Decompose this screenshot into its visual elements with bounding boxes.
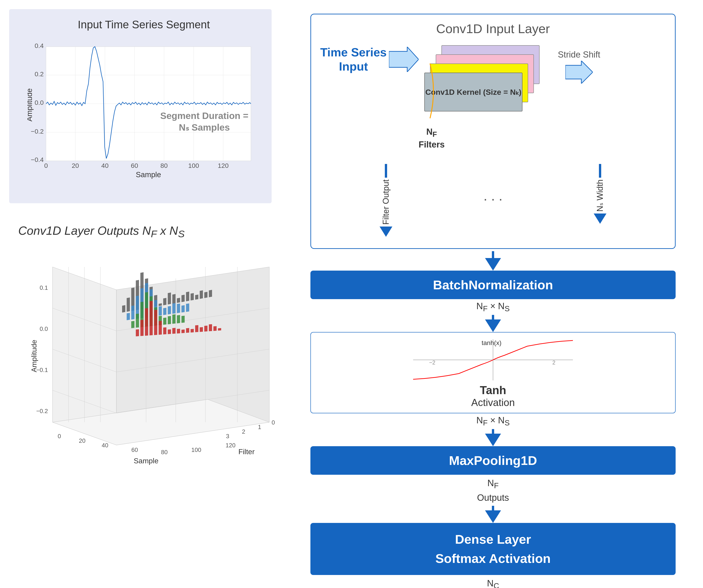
arrow-head-1 xyxy=(380,226,392,237)
svg-text:100: 100 xyxy=(188,162,199,169)
svg-rect-126 xyxy=(209,324,212,331)
arrow-to-maxpool xyxy=(485,434,501,446)
svg-rect-117 xyxy=(168,329,171,334)
svg-rect-91 xyxy=(159,306,162,316)
svg-text:0: 0 xyxy=(271,419,275,426)
svg-text:120: 120 xyxy=(226,442,235,449)
dots-separator: . . . xyxy=(483,188,502,204)
svg-rect-95 xyxy=(177,304,180,313)
svg-rect-74 xyxy=(168,293,171,304)
arrow-to-tanh xyxy=(485,319,501,332)
svg-text:2: 2 xyxy=(242,428,245,435)
stem1 xyxy=(385,164,387,178)
post-dense-section: NCOutputs xyxy=(475,575,511,588)
svg-rect-111 xyxy=(140,320,144,336)
conv1d-title: Conv1D Input Layer xyxy=(320,21,666,36)
arrow-to-dense xyxy=(485,510,501,523)
svg-rect-99 xyxy=(136,314,139,328)
svg-rect-82 xyxy=(204,292,208,298)
stride-section: Stride Shift xyxy=(558,50,600,84)
svg-text:3: 3 xyxy=(226,433,229,440)
svg-rect-78 xyxy=(186,292,189,301)
batch-norm-section: BatchNormalization NF × NS xyxy=(310,251,676,332)
tanh-chart: tanh(x) −2 2 xyxy=(318,337,668,383)
svg-rect-98 xyxy=(131,321,135,328)
svg-text:0.4: 0.4 xyxy=(35,42,44,49)
conv1d-outputs-chart: Conv1D Layer Outputs NF x NS xyxy=(9,217,283,468)
post-maxpool-section: NFOutputs xyxy=(477,475,509,523)
svg-text:0.0: 0.0 xyxy=(40,325,48,332)
svg-text:Sample: Sample xyxy=(136,170,161,179)
svg-rect-97 xyxy=(186,303,189,312)
time-series-label: Time SeriesInput xyxy=(320,45,387,74)
svg-rect-109 xyxy=(181,316,185,323)
batch-norm-box: BatchNormalization xyxy=(310,271,676,299)
chart-svg: 0.4 0.2 0.0 −0.2 −0.4 0 20 40 60 80 100 … xyxy=(27,38,260,186)
svg-rect-112 xyxy=(145,308,148,336)
dense-box: Dense LayerSoftmax Activation xyxy=(310,523,676,575)
stride-arrow-icon xyxy=(565,61,593,84)
svg-rect-80 xyxy=(195,295,198,300)
svg-text:−0.2: −0.2 xyxy=(36,408,48,415)
svg-text:0.1: 0.1 xyxy=(40,284,48,291)
svg-rect-106 xyxy=(168,316,171,324)
svg-marker-129 xyxy=(389,47,418,72)
svg-text:60: 60 xyxy=(131,162,138,169)
nf-ns-label-2: NF × NS xyxy=(476,415,510,427)
svg-text:0: 0 xyxy=(44,162,48,169)
svg-rect-105 xyxy=(163,318,166,325)
svg-text:100: 100 xyxy=(191,446,201,453)
filter-output-label: Filter Output xyxy=(381,179,391,225)
svg-text:0: 0 xyxy=(58,433,61,440)
conv1d-input-layer-box: Conv1D Input Layer Time SeriesInput xyxy=(310,14,676,249)
svg-text:60: 60 xyxy=(132,446,138,453)
time-series-chart: Input Time Series Segment xyxy=(9,9,271,203)
svg-rect-119 xyxy=(177,329,180,334)
stem2 xyxy=(599,164,601,178)
nf-outputs-label: NFOutputs xyxy=(477,476,509,504)
svg-rect-92 xyxy=(163,308,166,315)
tanh-activation-box: tanh(x) −2 2 Tanh Activation xyxy=(310,332,676,413)
svg-text:0.2: 0.2 xyxy=(35,70,44,78)
tanh-title: Tanh xyxy=(318,384,668,397)
nf-filters-label: NFFilters xyxy=(418,126,445,150)
svg-text:Amplitude: Amplitude xyxy=(30,340,38,372)
stem-to-maxpool xyxy=(492,429,494,434)
svg-rect-110 xyxy=(136,329,139,337)
svg-rect-120 xyxy=(181,329,185,333)
stem-to-bn xyxy=(492,251,494,258)
down-arrows-row: Filter Output . . . Nₛ Width xyxy=(320,128,666,237)
stem-to-tanh xyxy=(492,315,494,319)
svg-rect-124 xyxy=(200,327,203,332)
svg-text:2: 2 xyxy=(552,359,555,366)
svg-text:Nₛ Samples: Nₛ Samples xyxy=(179,122,230,133)
svg-rect-123 xyxy=(195,325,198,332)
svg-text:Sample: Sample xyxy=(134,457,159,465)
svg-rect-77 xyxy=(181,295,185,302)
svg-rect-75 xyxy=(172,294,175,304)
nf-ns-label-1: NF × NS xyxy=(476,301,510,313)
svg-text:20: 20 xyxy=(72,162,79,169)
svg-rect-113 xyxy=(150,301,153,336)
input-section: Time SeriesInput xyxy=(320,45,666,128)
svg-rect-122 xyxy=(190,329,194,333)
svg-rect-118 xyxy=(172,328,175,334)
svg-text:40: 40 xyxy=(101,162,109,169)
svg-rect-84 xyxy=(127,313,130,320)
svg-rect-79 xyxy=(190,293,194,300)
orange-curve-svg xyxy=(423,45,551,128)
svg-rect-73 xyxy=(163,298,166,305)
svg-rect-127 xyxy=(214,326,217,331)
nc-outputs-label: NCOutputs xyxy=(477,577,509,588)
svg-text:−0.2: −0.2 xyxy=(31,128,44,135)
stride-label: Stride Shift xyxy=(558,50,600,60)
svg-rect-96 xyxy=(181,305,185,313)
svg-text:0.0: 0.0 xyxy=(35,99,44,106)
svg-text:80: 80 xyxy=(160,162,168,169)
svg-rect-107 xyxy=(172,314,175,324)
svg-rect-116 xyxy=(163,327,166,335)
svg-rect-65 xyxy=(127,298,130,312)
chart3d-title: Conv1D Layer Outputs NF x NS xyxy=(18,224,279,239)
filter-layers: Conv1D Kernel (Size = Nₖ) NFFilters xyxy=(423,45,551,128)
arrow-head-2 xyxy=(594,214,607,224)
